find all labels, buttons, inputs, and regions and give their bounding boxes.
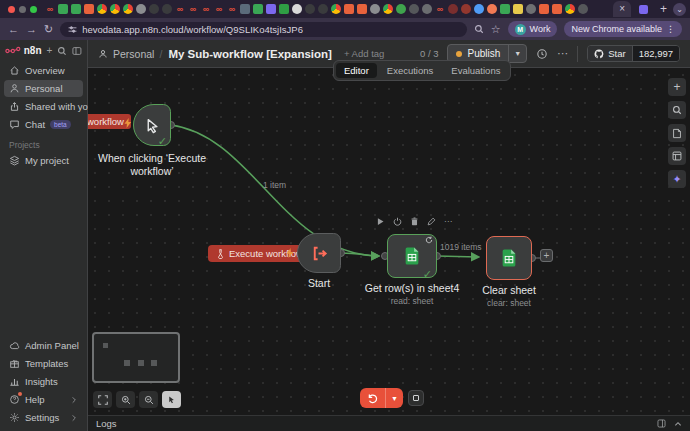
interaction-mode-button[interactable] <box>162 391 181 408</box>
maximize-window-button[interactable] <box>30 6 37 13</box>
tab-favicon[interactable] <box>149 4 159 14</box>
close-tab-icon[interactable]: × <box>619 4 625 14</box>
profile-button[interactable]: M Work <box>508 21 558 37</box>
sidebar-item-templates[interactable]: Templates <box>4 355 83 372</box>
sidebar-item-help[interactable]: Help <box>4 391 83 408</box>
stop-execution-button[interactable] <box>408 390 424 406</box>
tab-favicon[interactable]: ∞ <box>201 4 211 14</box>
templates-panel-button[interactable] <box>668 147 686 165</box>
rerun-chevron-icon[interactable]: ▼ <box>385 388 403 408</box>
tab-favicon[interactable] <box>409 4 419 14</box>
active-tab[interactable]: × <box>613 1 631 17</box>
tab-favicon[interactable] <box>279 4 289 14</box>
address-bar[interactable]: hevodata.app.n8n.cloud/workflow/Q9SLIKo4… <box>60 22 467 37</box>
tab-favicon[interactable] <box>97 4 107 14</box>
tab-editor[interactable]: Editor <box>336 63 377 78</box>
sidebar-item-insights[interactable]: Insights <box>4 373 83 390</box>
add-node-plus-button[interactable]: + <box>540 249 553 262</box>
more-options-icon[interactable]: ⋯ <box>444 217 452 226</box>
breadcrumb-project[interactable]: Personal <box>113 48 154 60</box>
tab-favicon[interactable] <box>318 4 328 14</box>
tab-favicon[interactable] <box>526 4 536 14</box>
chevron-up-icon[interactable] <box>674 420 682 428</box>
tab-favicon[interactable]: ∞ <box>188 4 198 14</box>
tab-favicon[interactable] <box>266 4 276 14</box>
zoom-in-button[interactable] <box>116 391 135 408</box>
tab-favicon[interactable]: ∞ <box>45 4 55 14</box>
tab-favicon[interactable] <box>461 4 471 14</box>
tab-search-chevron-icon[interactable]: ⌄ <box>673 3 686 16</box>
node-start[interactable] <box>297 233 341 273</box>
play-icon[interactable] <box>376 217 385 226</box>
search-nodes-button[interactable] <box>668 101 686 119</box>
search-icon[interactable] <box>57 46 67 56</box>
bookmark-star-icon[interactable]: ☆ <box>491 24 501 35</box>
minimize-window-button[interactable] <box>19 6 26 13</box>
tab-favicon[interactable] <box>500 4 510 14</box>
ai-assistant-button[interactable]: ✦ <box>668 170 686 188</box>
github-star-widget[interactable]: Star 182,997 <box>587 45 680 62</box>
logs-bar[interactable]: Logs <box>88 415 690 431</box>
node-get-rows[interactable]: ✓ <box>387 234 437 278</box>
add-tag-button[interactable]: + Add tag <box>344 48 384 59</box>
sidebar-item-settings[interactable]: Settings <box>4 409 83 426</box>
node-manual-trigger[interactable]: ✓ <box>133 104 171 146</box>
reload-icon[interactable]: ↻ <box>44 24 53 35</box>
tab-favicon[interactable] <box>396 4 406 14</box>
tab-favicon[interactable] <box>110 4 120 14</box>
site-settings-icon[interactable] <box>68 25 77 34</box>
rerun-icon[interactable] <box>360 388 385 408</box>
workflow-canvas[interactable]: workflow ✓ When clicking ‘Execute workfl… <box>88 68 690 415</box>
collapse-sidebar-icon[interactable] <box>72 46 82 56</box>
power-icon[interactable] <box>393 217 402 226</box>
tab-favicon[interactable] <box>253 4 263 14</box>
tab-favicon[interactable] <box>513 4 523 14</box>
sub-execution-icon[interactable] <box>425 236 433 244</box>
tab-favicon[interactable] <box>240 4 250 14</box>
browser-tab[interactable] <box>633 1 654 17</box>
sidebar-item-personal[interactable]: Personal <box>4 80 83 97</box>
kebab-menu-icon[interactable]: ⋮ <box>666 24 675 34</box>
tab-favicon[interactable] <box>136 4 146 14</box>
tab-favicon[interactable] <box>331 4 341 14</box>
tab-favicon[interactable]: ∞ <box>227 4 237 14</box>
tab-favicon[interactable] <box>487 4 497 14</box>
close-window-button[interactable] <box>8 6 15 13</box>
tab-favicon[interactable]: ∞ <box>435 4 445 14</box>
tab-favicon[interactable] <box>578 4 588 14</box>
chrome-update-button[interactable]: New Chrome available ⋮ <box>564 21 682 37</box>
tab-favicon[interactable] <box>162 4 172 14</box>
add-node-button[interactable]: + <box>668 78 686 96</box>
tab-favicon[interactable]: ∞ <box>214 4 224 14</box>
tab-favicon[interactable] <box>305 4 315 14</box>
add-workflow-icon[interactable]: + <box>47 46 53 56</box>
zoom-to-fit-button[interactable] <box>93 391 112 408</box>
more-menu-icon[interactable]: ⋯ <box>557 48 568 59</box>
tab-favicon[interactable] <box>383 4 393 14</box>
minimap[interactable] <box>92 332 180 383</box>
search-icon[interactable] <box>474 24 484 34</box>
tab-favicon[interactable] <box>552 4 562 14</box>
back-icon[interactable]: ← <box>8 24 19 35</box>
traffic-lights[interactable] <box>8 6 37 13</box>
tab-favicon[interactable] <box>58 4 68 14</box>
tab-favicon[interactable] <box>344 4 354 14</box>
tab-favicon[interactable] <box>357 4 367 14</box>
tab-favicon[interactable] <box>565 4 575 14</box>
tab-executions[interactable]: Executions <box>379 63 441 78</box>
rerun-workflow-button[interactable]: ▼ <box>360 388 403 408</box>
open-panel-icon[interactable] <box>657 419 666 428</box>
history-icon[interactable] <box>536 48 548 60</box>
sidebar-item-overview[interactable]: Overview <box>4 62 83 79</box>
tab-favicon[interactable] <box>123 4 133 14</box>
node-clear-sheet[interactable] <box>486 236 532 280</box>
tab-favicon[interactable] <box>84 4 94 14</box>
zoom-out-button[interactable] <box>139 391 158 408</box>
new-tab-button[interactable]: + <box>660 2 667 16</box>
execute-workflow-button[interactable]: Execute workflow <box>208 245 311 262</box>
tab-favicon[interactable] <box>539 4 549 14</box>
sidebar-item-chat[interactable]: Chatbeta <box>4 116 83 133</box>
sticky-note-button[interactable] <box>668 124 686 142</box>
sidebar-project-my-project[interactable]: My project <box>4 152 83 169</box>
tab-favicon[interactable] <box>474 4 484 14</box>
